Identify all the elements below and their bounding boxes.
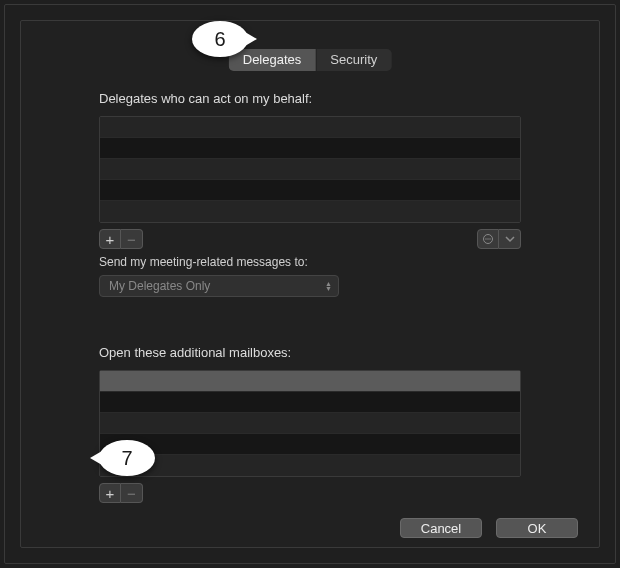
delegates-toolbar: + − [99,229,521,249]
select-value: My Delegates Only [109,279,210,293]
add-delegate-button[interactable]: + [99,229,121,249]
list-item[interactable] [100,117,520,138]
dialog-footer: Cancel OK [400,518,578,538]
remove-mailbox-button[interactable]: − [121,483,143,503]
tab-bar: Delegates Security [229,49,392,71]
options-button[interactable] [477,229,499,249]
tab-security[interactable]: Security [316,49,391,71]
ok-button[interactable]: OK [496,518,578,538]
list-item[interactable] [100,371,520,392]
mailboxes-label: Open these additional mailboxes: [99,345,521,360]
minus-icon: − [127,232,136,247]
list-item[interactable] [100,434,520,455]
minus-icon: − [127,486,136,501]
list-item[interactable] [100,180,520,201]
cancel-button[interactable]: Cancel [400,518,482,538]
list-item[interactable] [100,159,520,180]
list-item[interactable] [100,455,520,476]
send-messages-select[interactable]: My Delegates Only ▲▼ [99,275,339,297]
list-item[interactable] [100,138,520,159]
add-remove-group: + − [99,483,143,503]
content-area: Delegates who can act on my behalf: + − [99,91,521,503]
options-group [477,229,521,249]
plus-icon: + [106,486,115,501]
ellipsis-circle-icon [482,233,494,245]
list-item[interactable] [100,392,520,413]
svg-point-3 [489,238,490,239]
send-messages-label: Send my meeting-related messages to: [99,255,521,269]
chevron-down-icon [504,233,516,245]
updown-icon: ▲▼ [325,281,332,291]
remove-delegate-button[interactable]: − [121,229,143,249]
callout-7: 7 [99,440,155,476]
delegates-list[interactable] [99,116,521,223]
mailboxes-list[interactable] [99,370,521,477]
delegates-label: Delegates who can act on my behalf: [99,91,521,106]
plus-icon: + [106,232,115,247]
add-remove-group: + − [99,229,143,249]
list-item[interactable] [100,201,520,222]
add-mailbox-button[interactable]: + [99,483,121,503]
svg-point-2 [487,238,488,239]
list-item[interactable] [100,413,520,434]
options-dropdown-button[interactable] [499,229,521,249]
tab-delegates[interactable]: Delegates [229,49,317,71]
mailboxes-section: Open these additional mailboxes: + − [99,345,521,503]
callout-6: 6 [192,21,248,57]
svg-point-1 [485,238,486,239]
mailboxes-toolbar: + − [99,483,521,503]
